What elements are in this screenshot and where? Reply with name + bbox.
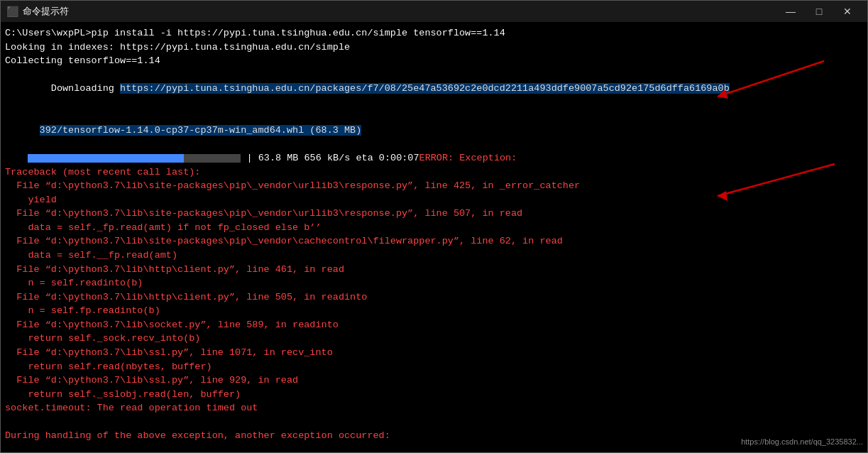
line-file4: File “d:\python3.7\lib\http\client.py”, … bbox=[5, 263, 863, 277]
line-return3: return self._sslobj.read(len, buffer) bbox=[5, 388, 863, 402]
title-bar: ⬛ 命令提示符 — □ ✕ bbox=[1, 1, 867, 22]
title-bar-left: ⬛ 命令提示符 bbox=[6, 5, 69, 18]
line-yield1: yield bbox=[5, 193, 863, 207]
line-looking: Looking in indexes: https://pypi.tuna.ts… bbox=[5, 40, 863, 55]
line-blank2 bbox=[5, 443, 863, 452]
line-file8: File “d:\python3.7\lib\ssl.py”, line 929… bbox=[5, 373, 863, 388]
watermark: https://blog.csdn.net/qq_3235832... bbox=[741, 437, 863, 448]
minimize-button[interactable]: — bbox=[776, 1, 805, 22]
line-data1: data = self._fp.read(amt) if not fp_clos… bbox=[5, 221, 863, 235]
line-cmd1: C:\Users\wxpPL>pip install -i https://py… bbox=[5, 26, 863, 40]
line-file7: File “d:\python3.7\lib\ssl.py”, line 107… bbox=[5, 346, 863, 360]
cmd-icon: ⬛ bbox=[6, 6, 18, 18]
maximize-button[interactable]: □ bbox=[805, 1, 833, 22]
progress-bar-filled bbox=[28, 154, 184, 163]
line-file2: File “d:\python3.7\lib\site-packages\pip… bbox=[5, 207, 863, 221]
line-downloading2: 392/tensorflow-1.14.0-cp37-cp37m-win_amd… bbox=[5, 109, 863, 151]
window: ⬛ 命令提示符 — □ ✕ C:\Users\wxpPL>pip install… bbox=[0, 0, 868, 453]
line-socket-timeout: socket.timeout: The read operation timed… bbox=[5, 401, 863, 415]
line-file5: File “d:\python3.7\lib\http\client.py”, … bbox=[5, 290, 863, 305]
line-data2: data = self.__fp.read(amt) bbox=[5, 249, 863, 263]
line-file3: File “d:\python3.7\lib\site-packages\pip… bbox=[5, 234, 863, 249]
line-return2: return self.read(nbytes, buffer) bbox=[5, 360, 863, 374]
line-progress: | 63.8 MB 656 kB/s eta 0:00:07ERROR: Exc… bbox=[5, 151, 863, 165]
line-during: During handling of the above exception, … bbox=[5, 429, 863, 443]
window-title: 命令提示符 bbox=[23, 5, 69, 18]
title-bar-controls: — □ ✕ bbox=[776, 1, 862, 22]
line-file6: File “d:\python3.7\lib\socket.py”, line … bbox=[5, 318, 863, 332]
terminal-body[interactable]: C:\Users\wxpPL>pip install -i https://py… bbox=[1, 22, 867, 452]
line-blank1 bbox=[5, 415, 863, 430]
line-traceback1: Traceback (most recent call last): bbox=[5, 165, 863, 180]
line-downloading: Downloading https://pypi.tuna.tsinghua.e… bbox=[5, 68, 863, 110]
line-collecting: Collecting tensorflow==1.14 bbox=[5, 54, 863, 68]
line-n1: n = self.readinto(b) bbox=[5, 276, 863, 290]
close-button[interactable]: ✕ bbox=[833, 1, 862, 22]
line-n2: n = self.fp.readinto(b) bbox=[5, 304, 863, 318]
progress-bar-empty bbox=[184, 154, 241, 163]
line-return1: return self._sock.recv_into(b) bbox=[5, 332, 863, 346]
line-file1: File “d:\python3.7\lib\site-packages\pip… bbox=[5, 179, 863, 193]
